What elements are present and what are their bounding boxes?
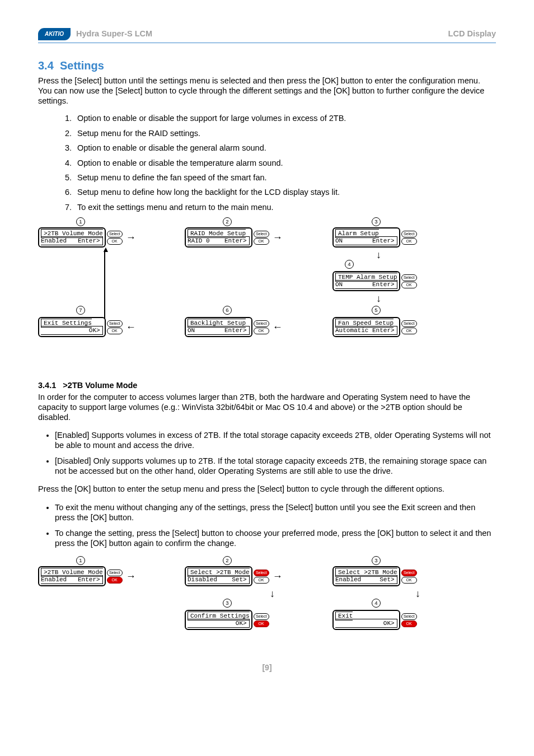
list-item: Setup menu to define the fan speed of th… xyxy=(74,173,496,183)
arrow-right-icon: → xyxy=(126,232,136,242)
subsection-intro: In order for the computer to access volu… xyxy=(38,392,496,422)
subsection-heading: 3.4.1 >2TB Volume Mode xyxy=(38,381,496,390)
lcd-fan-speed: Fan Speed Setup Automatic Enter> xyxy=(332,317,400,337)
ok-button[interactable]: OK xyxy=(254,238,269,245)
doc-title-left: Hydra Super-S LCM xyxy=(76,29,152,39)
select-button[interactable]: Select xyxy=(254,320,269,327)
step-number-1: 1 xyxy=(76,217,85,226)
step-number-3: 3 xyxy=(223,599,232,608)
select-button[interactable]: Select xyxy=(107,231,123,237)
step-number-4: 4 xyxy=(372,599,381,608)
page-header: AKITIO Hydra Super-S LCM LCD Display xyxy=(38,28,496,43)
list-item: Setup menu for the RAID settings. xyxy=(74,129,496,138)
lcd-confirm: Confirm Settings OK> xyxy=(185,610,252,630)
step-number-7: 7 xyxy=(76,306,85,315)
select-button[interactable]: Select xyxy=(401,570,417,576)
button-stack: SelectOK xyxy=(401,613,417,627)
ok-button[interactable]: OK xyxy=(401,238,417,245)
button-stack: SelectOK xyxy=(254,613,269,627)
lcd-exit: Exit OK> xyxy=(332,610,400,630)
ok-button[interactable]: OK xyxy=(401,282,417,288)
button-stack: SelectOK xyxy=(401,231,417,245)
select-button[interactable]: Select xyxy=(254,570,269,576)
select-button[interactable]: Select xyxy=(107,570,123,576)
list-item: Option to enable or disable the support … xyxy=(74,114,496,123)
select-button[interactable]: Select xyxy=(401,231,417,237)
select-button[interactable]: Select xyxy=(401,320,417,327)
lcd-2tb-volume: >2TB Volume Mode Enabled Enter> xyxy=(38,566,106,586)
section-title-text: Settings xyxy=(60,59,104,72)
list-item: To exit the menu without changing any of… xyxy=(55,502,496,522)
subsection-number: 3.4.1 xyxy=(38,381,56,390)
step-number-5: 5 xyxy=(372,306,381,315)
ok-button[interactable]: OK xyxy=(254,620,269,627)
step-number-3: 3 xyxy=(372,217,381,226)
arrow-right-icon: → xyxy=(273,571,283,581)
button-stack: SelectOK xyxy=(401,320,417,334)
ok-button[interactable]: OK xyxy=(401,328,417,334)
button-stack: SelectOK xyxy=(107,570,123,584)
lcd-select-disabled: Select >2TB Mode Disabled Set> xyxy=(185,566,252,586)
list-item: To exit the settings menu and return to … xyxy=(74,203,496,212)
arrow-left-icon: ← xyxy=(126,322,136,332)
section-number: 3.4 xyxy=(38,59,54,72)
step-number-6: 6 xyxy=(223,306,232,315)
step-number-4: 4 xyxy=(345,260,354,269)
button-stack: SelectOK xyxy=(254,320,269,334)
arrow-up-icon: ▲ xyxy=(102,245,110,253)
button-stack: SelectOK xyxy=(401,570,417,584)
select-button[interactable]: Select xyxy=(254,613,269,620)
ok-button[interactable]: OK xyxy=(107,238,123,245)
select-button[interactable]: Select xyxy=(401,274,417,281)
button-stack: SelectOK xyxy=(254,231,269,245)
list-item: Option to enable or disable the general … xyxy=(74,143,496,153)
lcd-2tb-volume: >2TB Volume Mode Enabled Enter> xyxy=(38,227,106,248)
select-button[interactable]: Select xyxy=(401,613,417,620)
step-number-2: 2 xyxy=(223,217,232,226)
step-number-3: 3 xyxy=(372,556,381,565)
options-list: Option to enable or disable the support … xyxy=(38,114,496,212)
arrow-right-icon: → xyxy=(273,232,283,242)
list-item: [Disabled] Only supports volumes up to 2… xyxy=(55,456,496,476)
select-button[interactable]: Select xyxy=(107,320,123,327)
select-button[interactable]: Select xyxy=(254,231,269,237)
lcd-temp-alarm: TEMP Alarm Setup ON Enter> xyxy=(332,271,400,291)
2tb-mode-flow-diagram: 1 2 3 >2TB Volume Mode Enabled Enter> Se… xyxy=(38,556,496,643)
subsection-title-text: >2TB Volume Mode xyxy=(63,381,137,390)
header-left: AKITIO Hydra Super-S LCM xyxy=(38,28,152,40)
list-item: To change the setting, press the [Select… xyxy=(55,528,496,548)
instruction-bullets: To exit the menu without changing any of… xyxy=(38,502,496,549)
step-number-1: 1 xyxy=(76,556,85,565)
ok-button[interactable]: OK xyxy=(401,577,417,584)
subsection-para2: Press the [OK] button to enter the setup… xyxy=(38,484,496,494)
list-item: [Enabled] Supports volumes in excess of … xyxy=(55,430,496,450)
arrow-left-icon: ← xyxy=(273,322,283,332)
arrow-down-icon: ↓ xyxy=(270,589,275,599)
arrow-line xyxy=(104,250,105,319)
button-stack: SelectOK xyxy=(254,570,269,584)
ok-button[interactable]: OK xyxy=(254,328,269,334)
arrow-down-icon: ↓ xyxy=(376,293,381,304)
ok-button[interactable]: OK xyxy=(401,620,417,627)
doc-title-right: LCD Display xyxy=(448,29,496,39)
ok-button[interactable]: OK xyxy=(107,328,123,334)
lcd-select-enabled: Select >2TB Mode Enabled Set> xyxy=(332,566,400,586)
arrow-right-icon: → xyxy=(126,571,136,581)
lcd-backlight: Backlight Setup ON Enter> xyxy=(185,317,252,337)
lcd-alarm-setup: Alarm Setup ON Enter> xyxy=(332,227,400,248)
list-item: Option to enable or disable the temperat… xyxy=(74,158,496,168)
logo-icon: AKITIO xyxy=(38,28,71,40)
step-number-2: 2 xyxy=(223,556,232,565)
ok-button[interactable]: OK xyxy=(107,577,123,584)
button-stack: SelectOK xyxy=(401,274,417,288)
section-intro: Press the [Select] button until the sett… xyxy=(38,76,496,106)
mode-bullets: [Enabled] Supports volumes in excess of … xyxy=(38,430,496,477)
ok-button[interactable]: OK xyxy=(254,577,269,584)
arrow-down-icon: ↓ xyxy=(415,589,420,599)
section-heading: 3.4 Settings xyxy=(38,59,496,72)
lcd-exit-settings: Exit Settings OK> xyxy=(38,317,106,337)
button-stack: SelectOK xyxy=(107,320,123,334)
list-item: Setup menu to define how long the backli… xyxy=(74,188,496,197)
page-number: [9] xyxy=(38,663,496,673)
arrow-down-icon: ↓ xyxy=(376,250,381,260)
